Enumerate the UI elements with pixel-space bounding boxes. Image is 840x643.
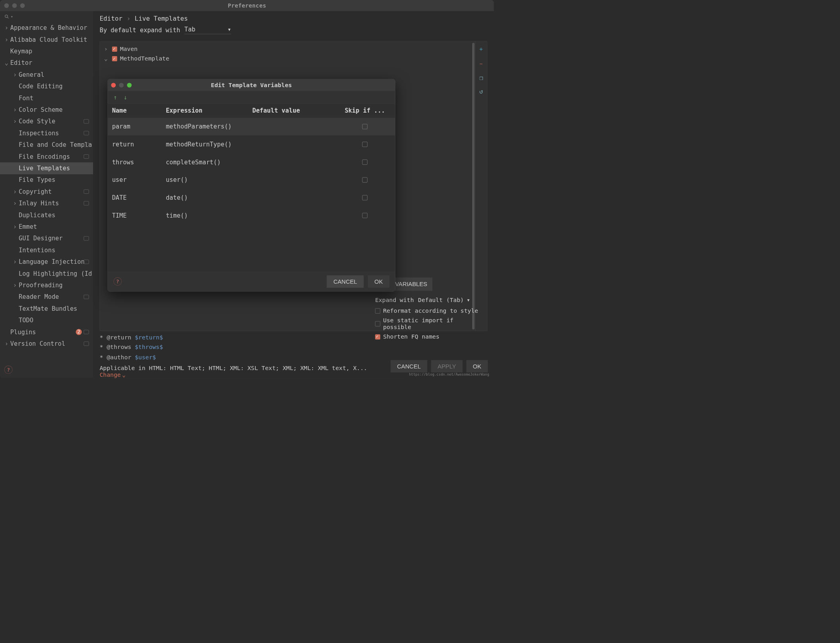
sidebar-item[interactable]: TODO	[0, 314, 93, 326]
static-import-checkbox[interactable]	[375, 321, 380, 326]
expand-with-select[interactable]: Tab ▾	[185, 26, 231, 34]
sidebar-item-label: Version Control	[10, 341, 65, 347]
table-row[interactable]: useruser()	[108, 171, 395, 189]
table-row[interactable]: throwscompleteSmart()	[108, 153, 395, 171]
update-count-badge: 2	[76, 329, 82, 335]
help-button[interactable]: ?	[113, 277, 122, 286]
help-button[interactable]: ?	[4, 365, 13, 374]
sidebar-item-label: Editor	[10, 60, 32, 66]
remove-icon[interactable]: －	[478, 59, 484, 68]
sidebar-item[interactable]: ›Code Style	[0, 115, 93, 127]
group-label: Maven	[120, 46, 138, 53]
settings-tree[interactable]: ›Appearance & Behavior›Alibaba Cloud Too…	[0, 22, 93, 363]
change-context-link[interactable]: Change ⌄	[99, 371, 125, 378]
sidebar-item[interactable]: File and Code Templa	[0, 139, 93, 150]
chevron-icon: ›	[13, 189, 19, 195]
scope-icon	[84, 154, 89, 159]
sidebar-item[interactable]: ›Version Control	[0, 338, 93, 349]
breadcrumb: Editor › Live Templates	[93, 11, 494, 25]
sidebar-item[interactable]: Reader Mode	[0, 291, 93, 302]
sidebar-item[interactable]: Log Highlighting (Id	[0, 268, 93, 279]
sidebar-item[interactable]: ›Appearance & Behavior	[0, 22, 93, 33]
sidebar-item[interactable]: ›Emmet	[0, 221, 93, 232]
table-row[interactable]: parammethodParameters()	[108, 118, 395, 136]
table-row[interactable]: returnmethodReturnType()	[108, 135, 395, 153]
sidebar-item[interactable]: ›General	[0, 69, 93, 80]
edit-template-variables-dialog: Edit Template Variables ↑ ↓ Name Express…	[107, 79, 395, 292]
sidebar-item[interactable]: Code Editing	[0, 80, 93, 92]
modal-ok-button[interactable]: OK	[368, 275, 389, 288]
sidebar-item-label: Alibaba Cloud Toolkit	[10, 37, 87, 43]
scope-icon	[84, 143, 89, 147]
sidebar-item[interactable]: ›Color Scheme	[0, 104, 93, 115]
chevron-icon: ›	[13, 107, 19, 113]
breadcrumb-root[interactable]: Editor	[99, 15, 122, 22]
skip-checkbox[interactable]	[362, 177, 368, 183]
chevron-icon: ›	[13, 224, 19, 230]
sidebar-item-label: Code Style	[19, 119, 55, 125]
scope-icon	[84, 119, 89, 124]
restore-icon[interactable]: ↺	[479, 88, 483, 95]
titlebar: Preferences	[0, 0, 494, 11]
sidebar-item-label: Keymap	[10, 48, 32, 54]
sidebar-item-label: Plugins	[10, 329, 36, 335]
sidebar-item[interactable]: ›Proofreading	[0, 279, 93, 291]
template-expand-with-select[interactable]: Default (Tab) ▾	[418, 296, 470, 303]
sidebar-item[interactable]: ⌄Editor	[0, 57, 93, 68]
modal-titlebar: Edit Template Variables	[108, 79, 395, 91]
sidebar-item[interactable]: ›Alibaba Cloud Toolkit	[0, 34, 93, 45]
group-label: MethodTemplate	[120, 55, 169, 62]
sidebar-item[interactable]: Keymap	[0, 45, 93, 57]
reformat-checkbox[interactable]	[375, 308, 380, 314]
template-group[interactable]: ⌄MethodTemplate	[100, 54, 475, 63]
sidebar-item-label: Reader Mode	[19, 294, 59, 300]
scope-icon	[84, 295, 89, 299]
sidebar-item[interactable]: ›Inlay Hints	[0, 197, 93, 209]
sidebar-item[interactable]: Live Templates	[0, 162, 93, 174]
sidebar-item[interactable]: Duplicates	[0, 209, 93, 221]
skip-checkbox[interactable]	[362, 213, 368, 218]
move-down-icon[interactable]: ↓	[124, 94, 127, 101]
group-checkbox[interactable]	[112, 47, 117, 52]
add-icon[interactable]: ＋	[478, 45, 484, 53]
modal-cancel-button[interactable]: CANCEL	[327, 275, 364, 288]
move-up-icon[interactable]: ↑	[113, 94, 117, 101]
sidebar-item[interactable]: TextMate Bundles	[0, 303, 93, 314]
table-row[interactable]: TIMEtime()	[108, 207, 395, 224]
sidebar-item-label: Emmet	[19, 224, 37, 230]
sidebar-item[interactable]: Intentions	[0, 244, 93, 256]
apply-button[interactable]: APPLY	[431, 360, 463, 372]
cancel-button[interactable]: CANCEL	[391, 360, 428, 372]
search-input[interactable]: ▾	[0, 11, 93, 22]
sidebar-item-label: TODO	[19, 317, 33, 323]
skip-checkbox[interactable]	[362, 142, 368, 147]
sidebar-item-label: Font	[19, 95, 33, 101]
sidebar-item[interactable]: Inspections	[0, 127, 93, 139]
variables-table[interactable]: Name Expression Default value Skip if ..…	[108, 103, 395, 271]
table-row[interactable]: DATEdate()	[108, 189, 395, 207]
duplicate-icon[interactable]: ❐	[479, 74, 483, 81]
skip-checkbox[interactable]	[362, 124, 368, 129]
sidebar-item[interactable]: Plugins2	[0, 326, 93, 338]
sidebar-item[interactable]: Font	[0, 92, 93, 104]
sidebar-item[interactable]: ›Copyright	[0, 186, 93, 197]
ok-button[interactable]: OK	[466, 360, 488, 372]
shorten-fq-checkbox[interactable]	[375, 334, 380, 339]
skip-checkbox[interactable]	[362, 195, 368, 200]
window-title: Preferences	[0, 2, 494, 9]
sidebar-item[interactable]: GUI Designer	[0, 232, 93, 244]
group-checkbox[interactable]	[112, 56, 117, 61]
sidebar-item-label: Code Editing	[19, 83, 62, 89]
sidebar-item[interactable]: File Types	[0, 174, 93, 185]
template-group[interactable]: ›Maven	[100, 44, 475, 54]
sidebar-item[interactable]: File Encodings	[0, 151, 93, 162]
svg-point-0	[5, 15, 8, 17]
scope-icon	[84, 131, 89, 135]
skip-checkbox[interactable]	[362, 160, 368, 165]
sidebar-item-label: File Types	[19, 177, 55, 183]
sidebar-item-label: TextMate Bundles	[19, 306, 77, 312]
scope-icon	[84, 236, 89, 241]
scope-icon	[84, 330, 89, 334]
sidebar-item[interactable]: ›Language Injection	[0, 256, 93, 267]
svg-line-1	[8, 17, 9, 18]
